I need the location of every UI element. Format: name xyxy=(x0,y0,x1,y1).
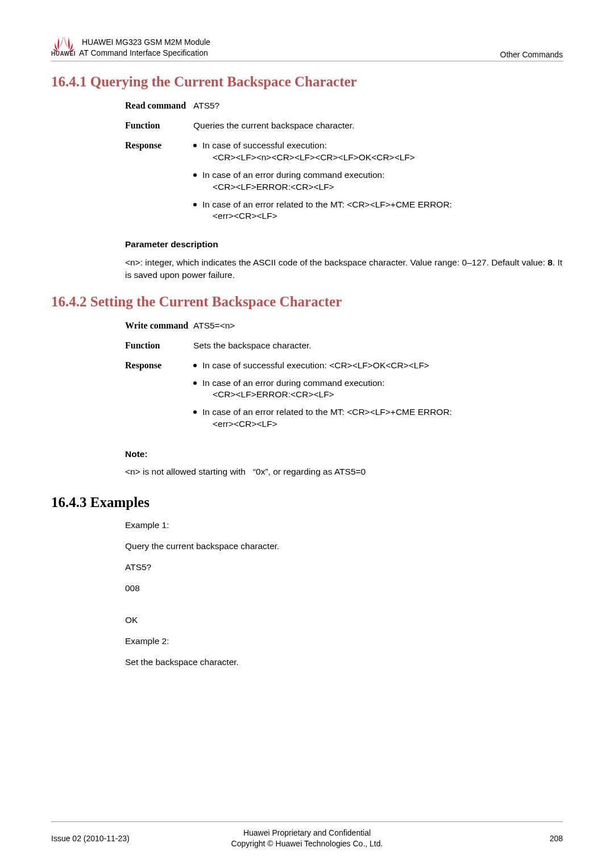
huawei-logo-icon xyxy=(51,34,76,59)
section-title-1: 16.4.1 Querying the Current Backspace Ch… xyxy=(51,74,563,90)
examples-block: Example 1: Query the current backspace c… xyxy=(125,518,563,669)
page-header: HUAWEI MG323 GSM M2M Module HUAWEI AT Co… xyxy=(51,34,563,61)
section-title-3: 16.4.3 Examples xyxy=(51,495,563,510)
header-line2: AT Command Interface Specification xyxy=(79,48,208,59)
footer-page-number: 208 xyxy=(435,834,563,843)
page-footer: Issue 02 (2010-11-23) Huawei Proprietary… xyxy=(51,821,563,850)
response-item: In case of an error related to the MT: <… xyxy=(193,199,563,223)
response-item: In case of an error during command execu… xyxy=(193,169,563,193)
definition-block-1: Read command ATS5? Function Queries the … xyxy=(125,100,563,228)
parameter-description-text: <n>: integer, which indicates the ASCII … xyxy=(125,256,563,281)
read-command-label: Read command xyxy=(125,100,193,112)
parameter-description-block: Parameter description <n>: integer, whic… xyxy=(125,239,563,281)
response-item: In case of successful execution: <CR><LF… xyxy=(193,360,563,372)
response-item: In case of an error during command execu… xyxy=(193,377,563,401)
section-title-2: 16.4.2 Setting the Current Backspace Cha… xyxy=(51,294,563,310)
header-right: Other Commands xyxy=(500,50,563,59)
example-line: Query the current backspace character. xyxy=(125,539,563,553)
footer-issue: Issue 02 (2010-11-23) xyxy=(51,834,179,843)
response-label: Response xyxy=(125,140,193,229)
example-line: Set the backspace character. xyxy=(125,655,563,668)
write-command-value: ATS5=<n> xyxy=(193,320,563,332)
response-item: In case of successful execution: <CR><LF… xyxy=(193,140,563,164)
header-title-block: HUAWEI MG323 GSM M2M Module HUAWEI AT Co… xyxy=(82,37,500,59)
response-item: In case of an error related to the MT: <… xyxy=(193,406,563,430)
note-block: Note: <n> is not allowed starting with “… xyxy=(125,447,563,479)
example-line: 008 xyxy=(125,582,563,595)
note-label: Note: xyxy=(125,447,563,460)
example-line: Example 1: xyxy=(125,518,563,531)
note-text: <n> is not allowed starting with “0x”, o… xyxy=(125,465,563,478)
example-line: Example 2: xyxy=(125,634,563,647)
function-label-2: Function xyxy=(125,340,193,352)
function-value: Queries the current backspace character. xyxy=(193,120,563,132)
response-list-2: In case of successful execution: <CR><LF… xyxy=(193,360,563,431)
function-value-2: Sets the backspace character. xyxy=(193,340,563,352)
parameter-description-title: Parameter description xyxy=(125,239,563,250)
footer-center: Huawei Proprietary and Confidential Copy… xyxy=(179,828,435,850)
definition-block-2: Write command ATS5=<n> Function Sets the… xyxy=(125,320,563,436)
example-line: ATS5? xyxy=(125,560,563,574)
function-label: Function xyxy=(125,120,193,132)
response-list-1: In case of successful execution: <CR><LF… xyxy=(193,140,563,223)
example-line: OK xyxy=(125,613,563,626)
read-command-value: ATS5? xyxy=(193,100,563,112)
response-label-2: Response xyxy=(125,360,193,437)
header-line1: HUAWEI MG323 GSM M2M Module xyxy=(82,37,500,48)
write-command-label: Write command xyxy=(125,320,193,332)
